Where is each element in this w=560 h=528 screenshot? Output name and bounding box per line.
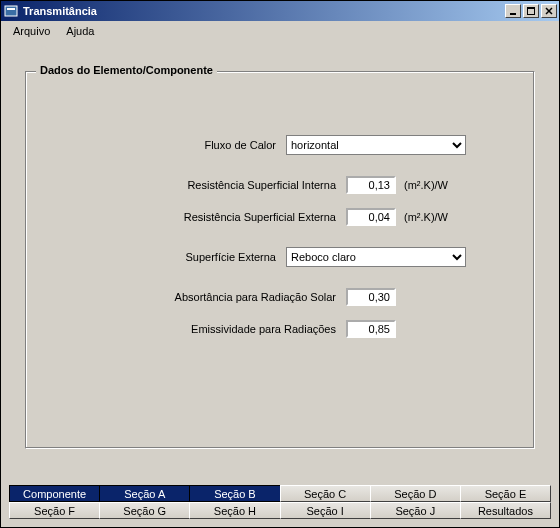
- label-emi: Emissividade para Radiações: [56, 323, 346, 335]
- svg-rect-0: [5, 6, 17, 16]
- row-rse: Resistência Superficial Externa (m².K)/W: [56, 204, 504, 230]
- tab-row-1: Componente Seção A Seção B Seção C Seção…: [9, 485, 551, 502]
- tab-secao-b[interactable]: Seção B: [189, 485, 280, 502]
- unit-rsi: (m².K)/W: [396, 179, 448, 191]
- minimize-button[interactable]: [505, 4, 521, 18]
- svg-rect-2: [510, 13, 516, 15]
- tab-secao-e[interactable]: Seção E: [460, 485, 551, 502]
- label-rsi: Resistência Superficial Interna: [56, 179, 346, 191]
- label-abs: Absortância para Radiação Solar: [56, 291, 346, 303]
- client-area: Dados do Elemento/Componente Fluxo de Ca…: [1, 41, 559, 485]
- label-fluxo: Fluxo de Calor: [56, 139, 286, 151]
- title-bar: Transmitância: [1, 1, 559, 21]
- row-sup: Superfície Externa Reboco claro: [56, 244, 504, 270]
- row-abs: Absortância para Radiação Solar: [56, 284, 504, 310]
- label-rse: Resistência Superficial Externa: [56, 211, 346, 223]
- row-fluxo: Fluxo de Calor horizontal: [56, 132, 504, 158]
- tab-secao-h[interactable]: Seção H: [189, 502, 280, 519]
- menu-help[interactable]: Ajuda: [58, 23, 102, 39]
- combo-fluxo[interactable]: horizontal: [286, 135, 466, 155]
- label-sup: Superfície Externa: [56, 251, 286, 263]
- tab-strip: Componente Seção A Seção B Seção C Seção…: [1, 485, 559, 527]
- input-emi[interactable]: [346, 320, 396, 338]
- group-dados: Dados do Elemento/Componente Fluxo de Ca…: [25, 71, 535, 449]
- tab-resultados[interactable]: Resultados: [460, 502, 551, 519]
- tab-secao-j[interactable]: Seção J: [370, 502, 461, 519]
- svg-rect-1: [7, 8, 15, 10]
- form-area: Fluxo de Calor horizontal Resistência Su…: [36, 102, 524, 342]
- input-rse[interactable]: [346, 208, 396, 226]
- tab-secao-d[interactable]: Seção D: [370, 485, 461, 502]
- tab-componente[interactable]: Componente: [9, 485, 100, 502]
- input-abs[interactable]: [346, 288, 396, 306]
- row-rsi: Resistência Superficial Interna (m².K)/W: [56, 172, 504, 198]
- close-button[interactable]: [541, 4, 557, 18]
- menu-bar: Arquivo Ajuda: [1, 21, 559, 41]
- window-title: Transmitância: [23, 5, 505, 17]
- app-window: Transmitância Arquivo Ajuda Dados do Ele…: [0, 0, 560, 528]
- group-title: Dados do Elemento/Componente: [36, 64, 217, 76]
- tab-secao-i[interactable]: Seção I: [280, 502, 371, 519]
- window-controls: [505, 4, 557, 18]
- tab-secao-f[interactable]: Seção F: [9, 502, 100, 519]
- combo-sup[interactable]: Reboco claro: [286, 247, 466, 267]
- tab-secao-a[interactable]: Seção A: [99, 485, 190, 502]
- svg-rect-4: [527, 7, 535, 9]
- tab-secao-c[interactable]: Seção C: [280, 485, 371, 502]
- input-rsi[interactable]: [346, 176, 396, 194]
- app-icon: [3, 3, 19, 19]
- row-emi: Emissividade para Radiações: [56, 316, 504, 342]
- maximize-button[interactable]: [523, 4, 539, 18]
- unit-rse: (m².K)/W: [396, 211, 448, 223]
- menu-file[interactable]: Arquivo: [5, 23, 58, 39]
- tab-secao-g[interactable]: Seção G: [99, 502, 190, 519]
- tab-row-2: Seção F Seção G Seção H Seção I Seção J …: [9, 502, 551, 519]
